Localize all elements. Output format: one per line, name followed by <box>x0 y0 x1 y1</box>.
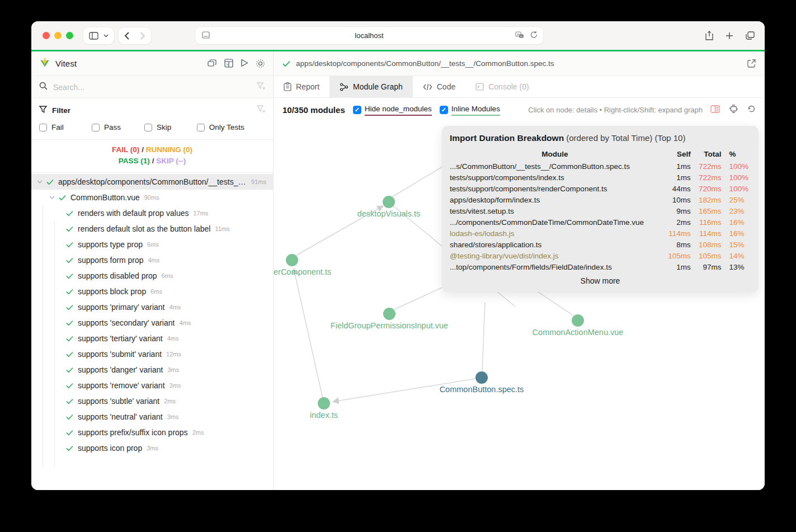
filter-label: Skip <box>157 123 171 131</box>
pass-check-icon <box>66 430 73 436</box>
graph-node-label[interactable]: index.ts <box>310 411 338 420</box>
percent-cell: 16% <box>721 216 751 228</box>
test-row[interactable]: supports 'tertiary' variant4ms <box>31 331 273 346</box>
hide-node-modules-checkbox[interactable]: ✓ Hide node_modules <box>353 105 432 116</box>
dashboard-icon[interactable]: ⺊ <box>224 59 233 68</box>
test-label: supports 'tertiary' variant <box>78 334 163 343</box>
graph-node[interactable] <box>383 308 395 320</box>
filter-checkbox-fail[interactable]: Fail <box>39 123 92 131</box>
pass-check-icon <box>282 60 290 67</box>
test-row[interactable]: supports disabled prop6ms <box>31 268 273 284</box>
minimize-window-button[interactable] <box>54 32 62 39</box>
tab-bar: Report Module Graph Code Console (0) <box>274 76 765 98</box>
reload-icon[interactable] <box>530 31 538 41</box>
test-row[interactable]: supports 'submit' variant12ms <box>31 346 273 362</box>
forward-icon[interactable] <box>140 32 145 40</box>
graph-node-label[interactable]: desktopVisuals.ts <box>357 209 421 218</box>
graph-node-label[interactable]: CommonButton.spec.ts <box>440 385 524 394</box>
tab-console[interactable]: Console (0) <box>465 76 539 97</box>
run-all-icon[interactable] <box>241 59 248 68</box>
legend-icon[interactable] <box>710 105 720 115</box>
share-icon[interactable] <box>705 31 713 40</box>
test-row[interactable]: supports type prop6ms <box>31 237 273 252</box>
back-icon[interactable] <box>124 32 129 40</box>
breakdown-row[interactable]: tests/vitest.setup.ts9ms165ms23% <box>450 205 751 216</box>
test-row[interactable]: supports 'subtle' variant2ms <box>31 393 273 409</box>
translate-icon[interactable]: Ax <box>515 31 524 41</box>
test-row[interactable]: supports 'neutral' variant3ms <box>31 409 273 425</box>
breakdown-row[interactable]: .../components/CommonDateTime/CommonDate… <box>450 216 751 228</box>
test-row[interactable]: supports prefix/suffix icon props2ms <box>31 425 273 440</box>
graph-node-label[interactable]: CommonActionMenu.vue <box>533 328 624 337</box>
col-total: Total <box>691 149 722 161</box>
chevron-down-icon <box>103 34 109 37</box>
clear-filter-icon[interactable] <box>257 105 265 115</box>
breakdown-row[interactable]: ...s/CommonButton/__tests__/CommonButton… <box>450 161 751 172</box>
chevron-down-icon[interactable] <box>37 180 43 184</box>
graph-node[interactable] <box>572 314 584 327</box>
export-graph-icon[interactable] <box>729 105 738 115</box>
filter-icon <box>39 105 47 115</box>
new-tab-icon[interactable] <box>726 32 733 40</box>
graph-node[interactable] <box>286 254 298 266</box>
duration: 11ms <box>215 225 229 232</box>
test-row[interactable]: supports 'primary' variant4ms <box>31 299 273 315</box>
theme-toggle-icon[interactable] <box>256 59 265 68</box>
tab-label: Code <box>437 82 455 91</box>
collapse-all-icon[interactable] <box>208 59 217 68</box>
graph-node-label[interactable]: FieldGroupPermissionsInput.vue <box>331 321 448 330</box>
test-row[interactable]: supports 'danger' variant3ms <box>31 362 273 378</box>
svg-text:⺊: ⺊ <box>226 63 229 67</box>
tree-row-file[interactable]: apps/desktop/components/CommonButton/__t… <box>31 174 273 190</box>
tab-code[interactable]: Code <box>413 76 465 97</box>
tab-report[interactable]: Report <box>274 76 329 97</box>
show-more-button[interactable]: Show more <box>450 272 751 286</box>
breakdown-row[interactable]: tests/support/components/renderComponent… <box>450 183 751 194</box>
address-bar[interactable]: localhost Ax <box>195 27 543 44</box>
filter-checkbox-only-tests[interactable]: Only Tests <box>197 123 265 131</box>
filter-checkbox-pass[interactable]: Pass <box>92 123 144 131</box>
total-cell: 108ms <box>691 239 722 250</box>
module-graph-canvas[interactable]: Import Duration Breakdown (ordered by To… <box>274 122 765 490</box>
graph-node-label[interactable]: erComponent.ts <box>274 267 331 276</box>
sidebar-toggle-button[interactable] <box>83 27 114 44</box>
pass-check-icon <box>66 289 73 295</box>
close-window-button[interactable] <box>43 32 50 39</box>
test-row[interactable]: supports icon prop3ms <box>31 440 273 456</box>
breakdown-row[interactable]: ...top/components/Form/fields/FieldDate/… <box>450 261 751 272</box>
breakdown-row[interactable]: @testing-library/vue/dist/index.js105ms1… <box>450 250 751 261</box>
tree-row-suite[interactable]: CommonButton.vue 90ms <box>31 190 273 205</box>
test-row[interactable]: supports form prop4ms <box>31 252 273 268</box>
traffic-lights <box>43 32 73 39</box>
tabs-overview-icon[interactable] <box>746 31 755 40</box>
filter-checkbox-skip[interactable]: Skip <box>144 123 197 131</box>
zoom-window-button[interactable] <box>66 32 73 39</box>
test-row[interactable]: renders with default prop values17ms <box>31 205 273 221</box>
test-row[interactable]: supports block prop6ms <box>31 284 273 299</box>
breakdown-row[interactable]: apps/desktop/form/index.ts10ms182ms25% <box>450 194 751 205</box>
tab-module-graph[interactable]: Module Graph <box>329 76 413 97</box>
search-icon <box>39 82 48 92</box>
sidebar-toggle-icon <box>89 32 98 40</box>
search-input[interactable] <box>53 83 257 92</box>
graph-node[interactable] <box>318 397 330 409</box>
chevron-down-icon[interactable] <box>49 196 55 200</box>
reset-graph-icon[interactable] <box>747 105 756 115</box>
inline-modules-checkbox[interactable]: ✓ Inline Modules <box>440 105 500 116</box>
total-cell: 720ms <box>691 183 722 194</box>
duration: 6ms <box>162 272 173 279</box>
test-label: supports prefix/suffix icon props <box>78 428 188 437</box>
breakdown-row[interactable]: tests/support/components/index.ts1ms722m… <box>450 172 751 183</box>
test-row[interactable]: supports 'remove' variant3ms <box>31 378 273 393</box>
panel-subtitle: (ordered by Total Time) (Top 10) <box>566 133 685 143</box>
breakdown-row[interactable]: shared/stores/application.ts8ms108ms15% <box>450 239 751 250</box>
test-row[interactable]: supports 'secondary' variant4ms <box>31 315 273 331</box>
url-text[interactable]: localhost <box>195 31 543 40</box>
test-label: supports 'remove' variant <box>78 381 165 390</box>
graph-node[interactable] <box>475 371 488 384</box>
open-in-editor-icon[interactable] <box>747 59 756 68</box>
graph-node[interactable] <box>383 196 395 208</box>
breakdown-row[interactable]: lodash-es/lodash.js114ms114ms16% <box>450 228 751 239</box>
clear-search-filter-icon[interactable] <box>257 82 265 92</box>
test-row[interactable]: renders default slot as the button label… <box>31 221 273 237</box>
